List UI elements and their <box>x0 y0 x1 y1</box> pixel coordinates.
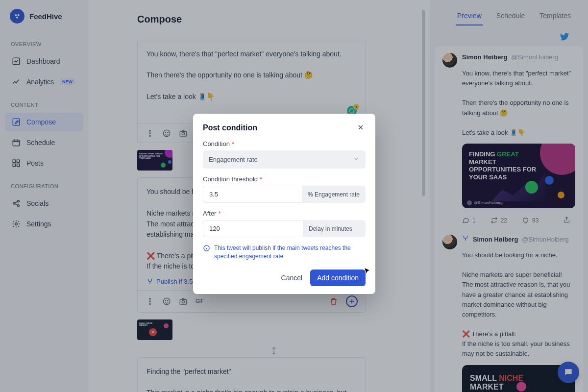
after-input[interactable]: 120 <box>203 220 303 237</box>
required-indicator: * <box>232 140 234 147</box>
select-value: Engagement rate <box>209 156 258 163</box>
field-label: After <box>203 210 216 217</box>
after-unit: Delay in minutes <box>303 220 366 237</box>
cancel-button[interactable]: Cancel <box>281 274 303 282</box>
chevron-down-icon <box>353 155 360 164</box>
modal-overlay[interactable]: Post condition Condition* Engagement rat… <box>0 0 588 392</box>
threshold-input[interactable]: 3.5 <box>203 186 302 203</box>
field-label: Condition <box>203 140 230 147</box>
field-label: Condition threshold <box>203 175 258 183</box>
required-indicator: * <box>260 175 262 183</box>
required-indicator: * <box>218 210 220 217</box>
info-message: This tweet will publish if the main twee… <box>203 244 366 261</box>
add-condition-button[interactable]: Add condition <box>310 270 366 286</box>
close-icon[interactable] <box>357 123 366 132</box>
condition-select[interactable]: Engagement rate <box>203 150 366 169</box>
post-condition-modal: Post condition Condition* Engagement rat… <box>193 114 375 294</box>
modal-title: Post condition <box>203 123 257 132</box>
threshold-unit: % Engagement rate <box>302 186 366 203</box>
